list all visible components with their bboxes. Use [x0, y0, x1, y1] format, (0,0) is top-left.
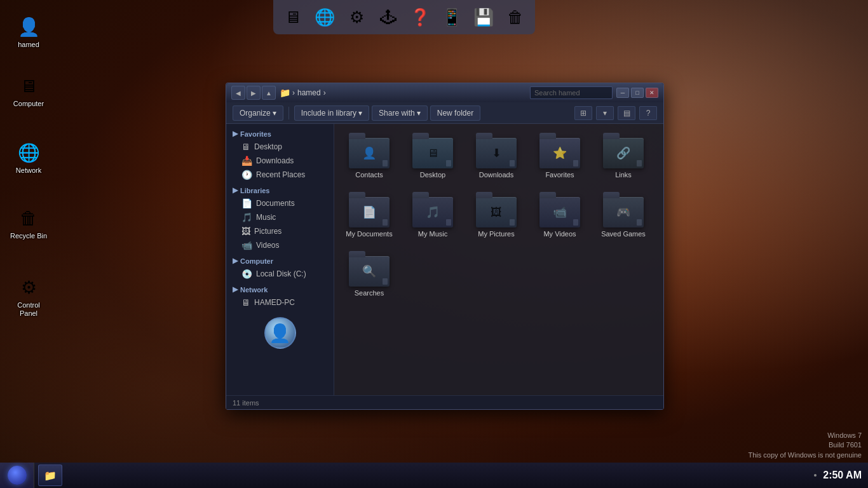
- start-button[interactable]: [0, 463, 34, 488]
- taskbar-items: 📁: [34, 463, 808, 488]
- item-count: 11 items: [233, 399, 259, 407]
- sidebar-item-recent-places[interactable]: 🕐Recent Places: [226, 168, 334, 182]
- section-label: Favorites: [240, 130, 271, 138]
- app-icon[interactable]: ⚙: [342, 3, 371, 32]
- recent-places-label: Recent Places: [256, 170, 305, 179]
- user-icon-img: 👤: [17, 15, 40, 38]
- my-pictures-folder-body: 🖼: [476, 197, 517, 227]
- search-bar[interactable]: Search hamed: [530, 86, 613, 99]
- device-icon[interactable]: 📱: [437, 3, 466, 32]
- sidebar-item-downloads[interactable]: 📥Downloads: [226, 154, 334, 168]
- joystick-icon[interactable]: 🕹: [374, 3, 403, 32]
- close-button[interactable]: ✕: [646, 88, 658, 98]
- up-button[interactable]: ▲: [262, 86, 276, 100]
- local-disk-label: Local Disk (C:): [256, 269, 306, 278]
- breadcrumb-arrow1: ›: [292, 88, 295, 97]
- network-icon[interactable]: 🌐 Network: [6, 139, 51, 177]
- organize-chevron-icon: ▾: [273, 109, 276, 118]
- explorer-toolbar: Organize ▾ Include in library ▾ Share wi…: [226, 102, 663, 124]
- file-grid: 👤 Contacts 🖥 Desktop ⬇ Downloads ⭐ Favor…: [334, 124, 663, 395]
- computer-icon[interactable]: 🖥 Computer: [6, 72, 51, 111]
- my-documents-folder-body: 📄: [349, 197, 390, 227]
- file-item-my-pictures[interactable]: 🖼 My Pictures: [468, 189, 525, 242]
- network-icon-img: 🌐: [17, 141, 40, 164]
- help-icon[interactable]: ❓: [405, 3, 435, 32]
- start-orb-icon: [8, 466, 27, 485]
- sidebar-item-documents[interactable]: 📄Documents: [226, 196, 334, 210]
- breadcrumb-text[interactable]: hamed: [297, 88, 321, 97]
- sidebar-section-favorites: ▶Favorites🖥Desktop📥Downloads🕐Recent Plac…: [226, 128, 334, 182]
- file-item-my-videos[interactable]: 📹 My Videos: [531, 189, 588, 242]
- forward-button[interactable]: ▶: [247, 86, 261, 100]
- main-content-area: ▶Favorites🖥Desktop📥Downloads🕐Recent Plac…: [226, 124, 663, 395]
- breadcrumb-icon: 📁: [280, 88, 290, 98]
- sidebar-item-pictures[interactable]: 🖼Pictures: [226, 224, 334, 238]
- my-documents-label: My Documents: [346, 230, 392, 238]
- storage-icon[interactable]: 💾: [469, 3, 498, 32]
- control-panel-icon-label: Control Panel: [9, 301, 48, 318]
- trash-icon[interactable]: 🗑: [501, 3, 530, 32]
- section-label: Computer: [240, 257, 273, 265]
- taskbar-explorer-item[interactable]: 📁: [38, 464, 62, 486]
- file-item-searches[interactable]: 🔍 Searches: [341, 248, 398, 301]
- change-view-button[interactable]: ▤: [618, 106, 635, 120]
- searches-icon: 🔍: [349, 252, 390, 287]
- section-arrow-icon: ▶: [233, 186, 238, 194]
- watermark-line2: Build 7601: [748, 440, 862, 450]
- share-with-button[interactable]: Share with ▾: [372, 105, 428, 121]
- windows-watermark: Windows 7 Build 7601 This copy of Window…: [748, 431, 862, 460]
- links-folder-folder-overlay: 🔗: [616, 146, 630, 160]
- sidebar-section-header-network[interactable]: ▶Network: [226, 283, 334, 295]
- include-library-button[interactable]: Include in library ▾: [294, 105, 369, 121]
- file-item-my-music[interactable]: 🎵 My Music: [404, 189, 461, 242]
- local-disk-icon: 💿: [241, 269, 252, 279]
- sidebar-section-header-computer[interactable]: ▶Computer: [226, 255, 334, 267]
- recycle-bin-icon[interactable]: 🗑 Recycle Bin: [6, 204, 51, 243]
- sidebar-sections: ▶Favorites🖥Desktop📥Downloads🕐Recent Plac…: [226, 128, 334, 309]
- contacts-folder-overlay: 👤: [362, 146, 376, 160]
- my-music-folder-overlay: 🎵: [426, 205, 440, 219]
- file-item-my-documents[interactable]: 📄 My Documents: [341, 189, 398, 242]
- back-button[interactable]: ◀: [231, 86, 245, 100]
- file-item-contacts[interactable]: 👤 Contacts: [341, 130, 398, 183]
- user-icon[interactable]: 👤 hamed: [6, 13, 51, 51]
- sidebar-item-music[interactable]: 🎵Music: [226, 210, 334, 224]
- downloads-folder-folder-body: ⬇: [476, 138, 517, 168]
- my-videos-folder-overlay: 📹: [553, 205, 567, 219]
- network-icon-label: Network: [16, 166, 41, 175]
- computer-icon-img: 🖥: [17, 74, 40, 97]
- globe-icon[interactable]: 🌐: [310, 3, 339, 32]
- file-item-desktop-folder[interactable]: 🖥 Desktop: [404, 130, 461, 183]
- file-item-downloads-folder[interactable]: ⬇ Downloads: [468, 130, 525, 183]
- section-arrow-icon: ▶: [233, 130, 238, 138]
- minimize-button[interactable]: ─: [616, 88, 629, 98]
- view-mode-button[interactable]: ⊞: [574, 106, 592, 120]
- file-item-saved-games[interactable]: 🎮 Saved Games: [595, 189, 652, 242]
- new-folder-button[interactable]: New folder: [430, 105, 480, 121]
- monitor-icon[interactable]: 🖥: [278, 3, 308, 32]
- sidebar-item-desktop[interactable]: 🖥Desktop: [226, 140, 334, 154]
- favorites-folder-icon: ⭐: [539, 134, 580, 168]
- sidebar-item-videos[interactable]: 📹Videos: [226, 238, 334, 252]
- links-folder-icon: 🔗: [603, 134, 644, 168]
- file-item-favorites-folder[interactable]: ⭐ Favorites: [531, 130, 588, 183]
- sidebar-section-header-libraries[interactable]: ▶Libraries: [226, 184, 334, 196]
- sidebar-item-hamed-pc[interactable]: 🖥HAMED-PC: [226, 295, 334, 309]
- help-button[interactable]: ?: [639, 106, 657, 120]
- file-item-links-folder[interactable]: 🔗 Links: [595, 130, 652, 183]
- searches-folder-overlay: 🔍: [362, 264, 376, 278]
- include-library-chevron-icon: ▾: [358, 109, 362, 118]
- favorites-folder-folder-body: ⭐: [539, 138, 580, 168]
- control-panel-icon[interactable]: ⚙ Control Panel: [6, 273, 51, 320]
- pictures-icon: 🖼: [241, 226, 250, 236]
- view-dropdown-button[interactable]: ▾: [596, 106, 614, 120]
- sidebar-section-network: ▶Network🖥HAMED-PC: [226, 283, 334, 309]
- music-icon: 🎵: [241, 212, 252, 222]
- sidebar-item-local-disk[interactable]: 💿Local Disk (C:): [226, 267, 334, 281]
- sidebar-section-header-favorites[interactable]: ▶Favorites: [226, 128, 334, 140]
- control-panel-icon-img: ⚙: [17, 276, 40, 299]
- section-arrow-icon: ▶: [233, 285, 238, 294]
- maximize-button[interactable]: □: [631, 88, 644, 98]
- contacts-icon: 👤: [349, 134, 390, 168]
- organize-button[interactable]: Organize ▾: [233, 105, 283, 121]
